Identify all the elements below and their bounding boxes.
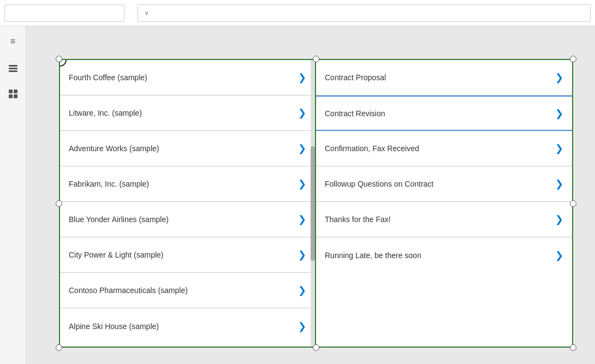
handle-bottom-left[interactable] — [56, 344, 62, 351]
canvas-area: ✎ Fourth Coffee (sample) ❯ Litware, Inc.… — [26, 26, 595, 364]
scrollbar-thumb[interactable] — [311, 146, 315, 261]
svg-rect-1 — [9, 68, 17, 69]
item-label: Contoso Pharmaceuticals (sample) — [69, 286, 188, 295]
item-label: Litware, Inc. (sample) — [69, 109, 142, 117]
handle-top-center[interactable] — [313, 56, 319, 62]
handle-middle-right[interactable] — [570, 200, 576, 207]
chevron-right-icon: ❯ — [555, 249, 563, 261]
handle-bottom-right[interactable] — [570, 344, 576, 351]
item-label: Alpine Ski House (sample) — [69, 322, 159, 331]
svg-rect-0 — [9, 65, 17, 67]
item-label: Confirmation, Fax Received — [325, 144, 419, 153]
chevron-right-icon: ❯ — [298, 107, 306, 119]
gallery-left: ✎ Fourth Coffee (sample) ❯ Litware, Inc.… — [60, 60, 316, 347]
item-label: Contract Proposal — [325, 73, 386, 82]
chevron-right-icon: ❯ — [298, 71, 306, 83]
list-item[interactable]: Fabrikam, Inc. (sample) ❯ — [60, 166, 315, 202]
property-dropdown[interactable] — [4, 4, 124, 22]
item-label: Fourth Coffee (sample) — [69, 73, 147, 82]
list-item[interactable]: Adventure Works (sample) ❯ — [60, 131, 315, 166]
svg-rect-3 — [9, 89, 13, 93]
chevron-right-icon: ❯ — [555, 71, 563, 83]
list-item[interactable]: Followup Questions on Contract ❯ — [316, 166, 572, 202]
list-item[interactable]: Contract Revision ❯ — [316, 96, 572, 131]
list-item[interactable]: Alpine Ski House (sample) ❯ — [60, 308, 315, 344]
gallery-selection-wrapper: ✎ Fourth Coffee (sample) ❯ Litware, Inc.… — [59, 59, 573, 348]
hamburger-icon[interactable]: ≡ — [7, 35, 20, 48]
list-item[interactable]: Running Late, be there soon ❯ — [316, 237, 572, 273]
left-gallery-list: Fourth Coffee (sample) ❯ Litware, Inc. (… — [60, 60, 315, 344]
main-area: ≡ — [0, 26, 595, 364]
item-label: Thanks for the Fax! — [325, 215, 391, 224]
layers-icon[interactable] — [7, 61, 20, 74]
formula-bar[interactable]: ∨ — [138, 4, 591, 22]
right-gallery-list: Contract Proposal ❯ Contract Revision ❯ … — [316, 60, 572, 273]
handle-top-left[interactable] — [56, 56, 62, 62]
item-label: City Power & Light (sample) — [69, 250, 164, 259]
scrollbar[interactable] — [311, 60, 315, 347]
handle-middle-left[interactable] — [56, 200, 62, 207]
chevron-right-icon: ❯ — [298, 178, 306, 190]
chevron-right-icon: ❯ — [555, 213, 563, 225]
galleries-container: ✎ Fourth Coffee (sample) ❯ Litware, Inc.… — [59, 59, 573, 348]
item-label: Contract Revision — [325, 109, 385, 118]
list-item[interactable]: City Power & Light (sample) ❯ — [60, 237, 315, 273]
item-label: Adventure Works (sample) — [69, 144, 159, 153]
handle-bottom-center[interactable] — [313, 344, 319, 351]
svg-rect-5 — [9, 94, 13, 98]
chevron-right-icon: ❯ — [298, 142, 306, 154]
top-bar: ∨ — [0, 0, 595, 26]
chevron-right-icon: ❯ — [298, 249, 306, 261]
list-item[interactable]: Contoso Pharmaceuticals (sample) ❯ — [60, 273, 315, 308]
chevron-right-icon: ❯ — [555, 178, 563, 190]
chevron-right-icon: ❯ — [555, 142, 563, 154]
item-label: Running Late, be there soon — [325, 251, 421, 260]
svg-rect-2 — [9, 70, 17, 72]
chevron-right-icon: ❯ — [298, 213, 306, 225]
item-label: Blue Yonder Airlines (sample) — [69, 215, 169, 224]
chevron-right-icon: ❯ — [555, 108, 563, 120]
svg-rect-4 — [14, 89, 17, 93]
chevron-right-icon: ❯ — [298, 284, 306, 296]
list-item[interactable]: Blue Yonder Airlines (sample) ❯ — [60, 202, 315, 237]
handle-top-right[interactable] — [570, 56, 576, 62]
left-sidebar: ≡ — [0, 26, 26, 364]
item-label: Followup Questions on Contract — [325, 180, 433, 188]
svg-rect-6 — [14, 94, 17, 98]
chevron-right-icon: ❯ — [298, 320, 306, 332]
grid-icon[interactable] — [7, 87, 20, 100]
gallery-right: Contract Proposal ❯ Contract Revision ❯ … — [316, 60, 572, 347]
list-item[interactable]: Thanks for the Fax! ❯ — [316, 202, 572, 237]
list-item[interactable]: Fourth Coffee (sample) ❯ — [60, 60, 315, 96]
list-item[interactable]: Litware, Inc. (sample) ❯ — [60, 96, 315, 131]
item-label: Fabrikam, Inc. (sample) — [69, 180, 149, 188]
fx-chevron-icon: ∨ — [145, 10, 148, 16]
list-item[interactable]: Contract Proposal ❯ — [316, 60, 572, 96]
list-item[interactable]: Confirmation, Fax Received ❯ — [316, 131, 572, 166]
